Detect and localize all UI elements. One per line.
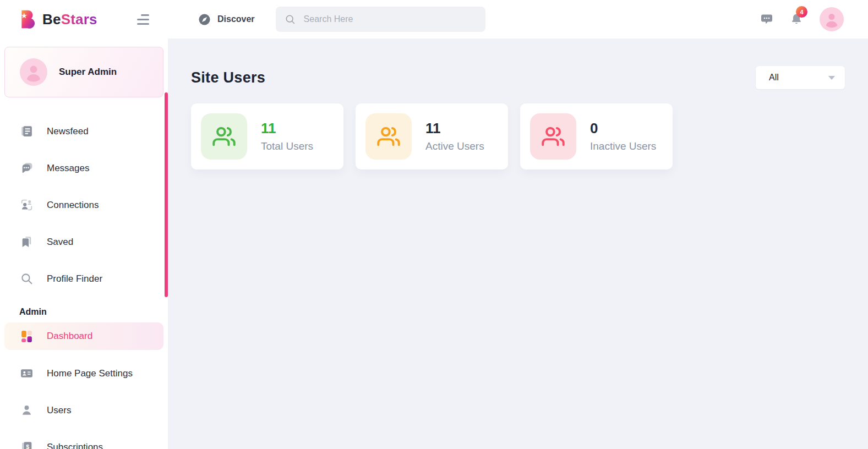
discover-label: Discover xyxy=(217,14,255,24)
main-area: Discover xyxy=(168,0,868,449)
sidebar-item-newsfeed[interactable]: Newsfeed xyxy=(0,113,168,150)
sidebar-item-messages[interactable]: Messages xyxy=(0,150,168,187)
stat-cards: 11 Total Users 11 xyxy=(191,103,845,169)
topbar-actions: 4 xyxy=(760,7,844,31)
sidebar-item-label: Dashboard xyxy=(47,331,92,342)
sidebar-item-saved[interactable]: Saved xyxy=(0,223,168,260)
admin-section-label: Admin xyxy=(0,297,168,322)
compass-icon xyxy=(198,13,211,26)
brand-logo-icon: ★ xyxy=(18,9,38,29)
messages-icon xyxy=(19,161,34,176)
sidebar-item-connections[interactable]: Connections xyxy=(0,187,168,223)
profile-finder-icon xyxy=(19,272,34,286)
chevron-down-icon xyxy=(828,76,835,80)
search-icon xyxy=(285,14,296,25)
filter-value: All xyxy=(769,73,779,83)
menu-toggle-icon[interactable] xyxy=(135,12,151,27)
sidebar-item-profile-finder[interactable]: Profile Finder xyxy=(0,260,168,297)
connections-icon xyxy=(19,198,34,212)
chat-button[interactable] xyxy=(760,13,773,26)
page-title: Site Users xyxy=(191,69,265,86)
stat-card-total-users: 11 Total Users xyxy=(191,103,343,169)
app: ★ BeStars Super Admin xyxy=(0,0,868,449)
stat-card-active-users: 11 Active Users xyxy=(356,103,508,169)
stat-value: 0 xyxy=(590,121,656,136)
admin-nav: Dashboard Home Page Settings xyxy=(0,322,168,449)
sidebar-item-label: Subscriptions xyxy=(47,442,103,449)
sidebar-item-label: Saved xyxy=(47,237,73,248)
stat-label: Total Users xyxy=(261,140,313,152)
sidebar-item-label: Connections xyxy=(47,200,99,211)
sidebar-item-home-page-settings[interactable]: Home Page Settings xyxy=(0,355,168,392)
notifications-button[interactable]: 4 xyxy=(790,13,803,26)
inactive-users-icon-tile xyxy=(530,113,576,160)
filter-dropdown[interactable]: All xyxy=(756,66,845,89)
search-input[interactable] xyxy=(304,14,477,24)
sidebar-item-label: Messages xyxy=(47,163,89,174)
stat-card-inactive-users: 0 Inactive Users xyxy=(520,103,673,169)
home-page-settings-icon xyxy=(19,366,34,381)
content: Site Users All xyxy=(168,39,868,449)
sidebar: ★ BeStars Super Admin xyxy=(0,0,168,449)
brand-name: BeStars xyxy=(42,11,97,28)
sidebar-item-dashboard[interactable]: Dashboard xyxy=(4,322,163,350)
active-users-icon-tile xyxy=(365,113,412,160)
svg-text:★: ★ xyxy=(21,12,28,20)
users-group-icon xyxy=(541,124,566,149)
sidebar-item-subscriptions[interactable]: $ Subscriptions xyxy=(0,429,168,449)
sidebar-nav: Newsfeed Messages xyxy=(0,113,168,449)
profile-name: Super Admin xyxy=(59,67,117,78)
brand-logo[interactable]: ★ BeStars xyxy=(18,9,97,29)
discover-button[interactable]: Discover xyxy=(198,13,255,26)
stat-value: 11 xyxy=(261,121,313,136)
sidebar-scrollbar[interactable] xyxy=(165,92,168,297)
content-header: Site Users All xyxy=(191,66,845,89)
stat-text: 0 Inactive Users xyxy=(590,121,656,152)
search-box xyxy=(276,7,485,32)
stat-text: 11 Total Users xyxy=(261,121,313,152)
subscriptions-icon: $ xyxy=(19,440,34,449)
topbar: Discover xyxy=(168,0,868,39)
sidebar-item-label: Newsfeed xyxy=(47,126,89,137)
users-icon xyxy=(19,403,34,418)
dashboard-icon xyxy=(19,329,34,343)
sidebar-header: ★ BeStars xyxy=(0,0,168,39)
stat-text: 11 Active Users xyxy=(425,121,484,152)
person-icon xyxy=(820,7,844,31)
newsfeed-icon xyxy=(19,124,34,139)
users-group-icon xyxy=(376,124,401,149)
sidebar-item-label: Home Page Settings xyxy=(47,368,133,379)
saved-icon xyxy=(19,235,34,249)
stat-value: 11 xyxy=(425,121,484,136)
profile-avatar xyxy=(20,58,47,86)
stat-label: Inactive Users xyxy=(590,140,656,152)
sidebar-item-label: Profile Finder xyxy=(47,273,102,284)
profile-card[interactable]: Super Admin xyxy=(4,47,163,97)
chat-icon xyxy=(760,13,773,26)
sidebar-item-users[interactable]: Users xyxy=(0,392,168,429)
total-users-icon-tile xyxy=(201,113,247,160)
user-avatar[interactable] xyxy=(820,7,844,31)
stat-label: Active Users xyxy=(425,140,484,152)
users-group-icon xyxy=(211,124,237,149)
svg-text:$: $ xyxy=(26,444,29,449)
sidebar-item-label: Users xyxy=(47,405,71,416)
notification-badge: 4 xyxy=(796,6,807,18)
